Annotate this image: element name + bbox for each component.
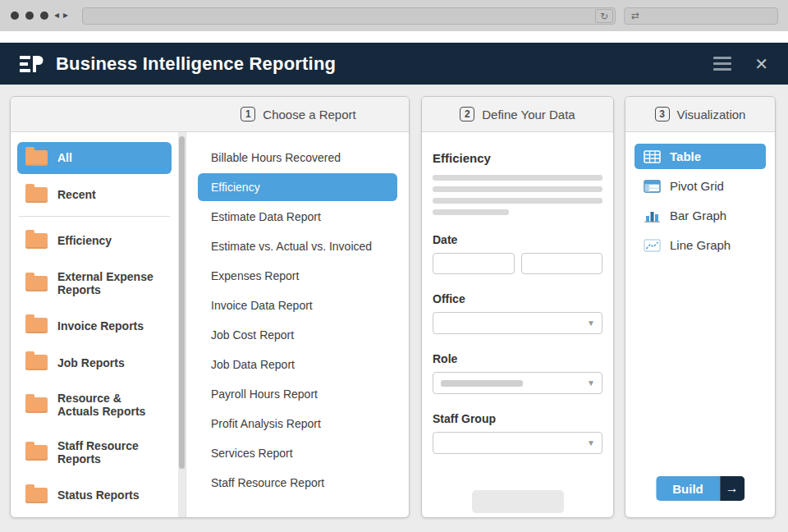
- date-start-input[interactable]: [433, 253, 515, 274]
- report-item[interactable]: Estimate vs. Actual vs. Invoiced: [198, 232, 397, 260]
- step-2-badge: 2: [460, 107, 474, 122]
- report-folders-sidebar: All Recent Efficiency External Expense R…: [11, 132, 178, 517]
- description-placeholder: [433, 198, 602, 204]
- report-item[interactable]: Job Cost Report: [198, 321, 397, 349]
- folder-item-status-reports[interactable]: Status Reports: [17, 479, 172, 511]
- report-item[interactable]: Invoice Data Report: [198, 291, 397, 319]
- viz-option-label: Bar Graph: [670, 209, 726, 222]
- description-placeholder: [433, 175, 602, 181]
- back-icon[interactable]: ◂: [54, 9, 59, 21]
- folder-item-staff-resource[interactable]: Staff Resource Reports: [17, 431, 172, 474]
- report-item[interactable]: Staff Resource Report: [198, 469, 397, 497]
- folder-item-task-reports[interactable]: Task Reports: [17, 516, 172, 517]
- viz-option-label: Line Graph: [670, 238, 731, 252]
- folder-icon: [25, 233, 48, 249]
- folder-item-job-reports[interactable]: Job Reports: [17, 346, 172, 378]
- folder-icon: [25, 276, 48, 291]
- app-title: Business Intelligence Reporting: [56, 53, 336, 75]
- panel-choose-title: Choose a Report: [263, 108, 355, 122]
- report-item[interactable]: Expenses Report: [198, 262, 397, 290]
- step-3-badge: 3: [655, 107, 670, 122]
- folder-item-efficiency[interactable]: Efficiency: [17, 225, 172, 257]
- folder-icon: [25, 318, 48, 333]
- report-item[interactable]: Job Data Report: [198, 351, 397, 378]
- chevron-down-icon: ▼: [587, 378, 595, 388]
- viz-option-bar-graph[interactable]: Bar Graph: [635, 203, 766, 228]
- window-dot-icon[interactable]: [25, 11, 34, 20]
- app-logo-icon: [20, 53, 44, 75]
- sidebar-scrollbar[interactable]: [178, 132, 186, 517]
- sidebar-divider: [19, 216, 170, 217]
- folder-icon: [25, 355, 48, 370]
- panel-choose-header: 1 Choose a Report: [11, 97, 409, 132]
- staff-group-select[interactable]: ▼: [433, 432, 602, 454]
- folder-label: External Expense Reports: [57, 270, 163, 296]
- folder-item-external-expense[interactable]: External Expense Reports: [17, 262, 172, 305]
- panel-visualization: 3 Visualization Table: [625, 96, 776, 518]
- description-placeholder: [433, 209, 509, 215]
- folder-item-resource-actuals[interactable]: Resource & Actuals Reports: [17, 383, 172, 426]
- window-controls: [11, 11, 48, 20]
- address-bar[interactable]: ↻: [82, 7, 616, 25]
- report-item[interactable]: Payroll Hours Report: [198, 380, 397, 408]
- folder-icon: [25, 187, 48, 203]
- window-dot-icon[interactable]: [40, 11, 48, 20]
- office-label: Office: [433, 292, 602, 305]
- build-button-label: Build: [656, 476, 720, 501]
- folder-label: Status Reports: [57, 488, 140, 502]
- role-value-placeholder: [441, 380, 523, 387]
- staff-group-label: Staff Group: [433, 412, 602, 425]
- refresh-icon[interactable]: ↻: [595, 9, 613, 23]
- forward-icon[interactable]: ▸: [63, 9, 68, 21]
- folder-label: Efficiency: [57, 234, 112, 247]
- viz-option-line-graph[interactable]: Line Graph: [635, 232, 766, 258]
- folder-label: Staff Resource Reports: [57, 439, 163, 466]
- selected-report-heading: Efficiency: [433, 151, 602, 165]
- main-content: 1 Choose a Report All Recent Efficiency: [0, 85, 788, 532]
- folder-icon: [25, 445, 48, 461]
- step-1-badge: 1: [241, 107, 255, 122]
- swap-arrows-icon: ⇄: [631, 10, 639, 21]
- description-placeholder: [433, 186, 602, 192]
- date-end-input[interactable]: [521, 253, 603, 274]
- date-label: Date: [433, 233, 602, 246]
- scrollbar-thumb[interactable]: [179, 136, 185, 469]
- chevron-down-icon: ▼: [587, 319, 595, 328]
- table-icon: [644, 150, 661, 163]
- folder-label: Recent: [57, 188, 96, 201]
- report-item[interactable]: Billable Hours Recovered: [198, 144, 397, 172]
- report-item-selected[interactable]: Efficiency: [198, 173, 397, 201]
- office-select[interactable]: ▼: [433, 312, 602, 334]
- report-item[interactable]: Profit Analysis Report: [198, 410, 397, 438]
- folder-label: Resource & Actuals Reports: [57, 392, 163, 418]
- folder-label: All: [57, 151, 72, 164]
- browser-chrome: ◂ ▸ ↻ ⇄: [0, 0, 788, 31]
- folder-item-recent[interactable]: Recent: [17, 179, 172, 211]
- build-button[interactable]: Build →: [656, 476, 744, 501]
- folder-item-invoice-reports[interactable]: Invoice Reports: [17, 310, 172, 342]
- report-item[interactable]: Estimate Data Report: [198, 203, 397, 231]
- panel-viz-header: 3 Visualization: [625, 97, 775, 132]
- viz-option-pivot-grid[interactable]: Pivot Grid: [635, 173, 766, 199]
- viz-option-label: Pivot Grid: [670, 179, 724, 193]
- report-list: Billable Hours Recovered Efficiency Esti…: [186, 132, 409, 517]
- secondary-toolbar-field[interactable]: ⇄: [624, 7, 778, 25]
- folder-item-all[interactable]: All: [17, 142, 172, 174]
- menu-icon[interactable]: [713, 57, 731, 71]
- folder-icon: [25, 397, 48, 413]
- report-item[interactable]: Services Report: [198, 439, 397, 467]
- folder-icon: [25, 150, 48, 166]
- chevron-down-icon: ▼: [587, 438, 595, 447]
- app-header: Business Intelligence Reporting ✕: [0, 43, 788, 85]
- panel-choose-report: 1 Choose a Report All Recent Efficiency: [10, 96, 410, 518]
- disabled-button-placeholder: [472, 490, 564, 513]
- panel-define-data: 2 Define Your Data Efficiency Date Offic…: [421, 96, 614, 518]
- panel-define-header: 2 Define Your Data: [422, 97, 613, 132]
- pivot-grid-icon: [644, 180, 661, 193]
- role-select[interactable]: ▼: [433, 372, 602, 394]
- folder-icon: [25, 488, 48, 503]
- viz-option-table[interactable]: Table: [635, 144, 766, 169]
- close-icon[interactable]: ✕: [754, 56, 768, 72]
- folder-label: Invoice Reports: [57, 319, 144, 332]
- window-dot-icon[interactable]: [11, 11, 19, 20]
